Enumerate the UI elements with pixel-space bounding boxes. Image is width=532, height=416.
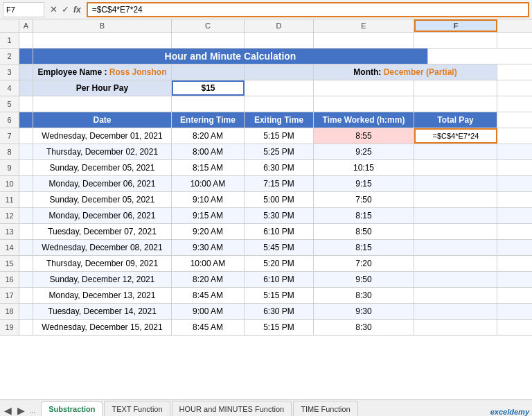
cell-b19[interactable]: Wednesday, December 15, 2021 [33, 320, 172, 335]
cell-c14[interactable]: 9:30 AM [172, 240, 245, 255]
cell-f12[interactable] [414, 208, 497, 223]
cell-b4[interactable]: Per Hour Pay [33, 80, 172, 96]
tab-time-function[interactable]: TIME Function [293, 401, 358, 416]
cell-f8[interactable] [414, 144, 497, 159]
cell-a19[interactable] [19, 320, 33, 335]
cell-e14[interactable]: 8:15 [314, 240, 414, 255]
cell-b3[interactable]: Employee Name : Ross Jonshon [33, 64, 172, 80]
cell-e8[interactable]: 9:25 [314, 144, 414, 159]
cell-e15[interactable]: 7:20 [314, 256, 414, 271]
cell-c4[interactable]: $15 [172, 80, 245, 96]
cell-a14[interactable] [19, 240, 33, 255]
cell-b7[interactable]: Wednesday, December 01, 2021 [33, 128, 172, 144]
cell-a4[interactable] [19, 80, 33, 96]
confirm-icon[interactable]: ✓ [62, 4, 69, 15]
cell-b12[interactable]: Monday, December 06, 2021 [33, 208, 172, 223]
cell-b1[interactable] [33, 33, 172, 48]
cell-f19[interactable] [414, 320, 497, 335]
cell-d13[interactable]: 6:10 PM [245, 224, 314, 239]
cell-d10[interactable]: 7:15 PM [245, 176, 314, 191]
cell-b13[interactable]: Tuesday, December 07, 2021 [33, 224, 172, 239]
cell-a3[interactable] [19, 64, 33, 80]
cell-d7[interactable]: 5:15 PM [245, 128, 314, 144]
cell-a12[interactable] [19, 208, 33, 223]
cell-c10[interactable]: 10:00 AM [172, 176, 245, 191]
cell-e9[interactable]: 10:15 [314, 160, 414, 175]
cell-c3[interactable] [172, 64, 245, 80]
cell-c17[interactable]: 8:45 AM [172, 288, 245, 303]
tab-text-function[interactable]: TEXT Function [104, 401, 170, 416]
cell-e19[interactable]: 8:30 [314, 320, 414, 335]
cell-a8[interactable] [19, 144, 33, 159]
cell-f18[interactable] [414, 304, 497, 319]
cell-c9[interactable]: 8:15 AM [172, 160, 245, 175]
cell-f16[interactable] [414, 272, 497, 287]
cell-b9[interactable]: Sunday, December 05, 2021 [33, 160, 172, 175]
cell-c7[interactable]: 8:20 AM [172, 128, 245, 144]
cell-b18[interactable]: Tuesday, December 14, 2021 [33, 304, 172, 319]
cell-c12[interactable]: 9:15 AM [172, 208, 245, 223]
cell-c1[interactable] [172, 33, 245, 48]
cell-f9[interactable] [414, 160, 497, 175]
cell-f17[interactable] [414, 288, 497, 303]
cell-f1[interactable] [414, 33, 497, 48]
cell-a2[interactable] [19, 49, 33, 64]
tab-nav-next[interactable]: ▶ [16, 405, 26, 416]
cell-e5[interactable] [314, 96, 414, 112]
cell-d11[interactable]: 5:00 PM [245, 192, 314, 207]
cell-e7[interactable]: 8:55 [314, 128, 414, 144]
cell-e1[interactable] [314, 33, 414, 48]
formula-input[interactable]: =$C$4*E7*24 [87, 2, 529, 17]
cell-c13[interactable]: 9:20 AM [172, 224, 245, 239]
cell-f5[interactable] [414, 96, 497, 112]
cell-a13[interactable] [19, 224, 33, 239]
cell-f7[interactable]: =$C$4*E7*24 [414, 128, 497, 144]
cell-a17[interactable] [19, 288, 33, 303]
cell-f15[interactable] [414, 256, 497, 271]
cell-e13[interactable]: 8:50 [314, 224, 414, 239]
cell-a10[interactable] [19, 176, 33, 191]
cell-a1[interactable] [19, 33, 33, 48]
cell-a15[interactable] [19, 256, 33, 271]
tab-hour-minutes[interactable]: HOUR and MINUTES Function [172, 401, 292, 416]
cell-d5[interactable] [245, 96, 314, 112]
cell-d1[interactable] [245, 33, 314, 48]
cell-d14[interactable]: 5:45 PM [245, 240, 314, 255]
cell-a11[interactable] [19, 192, 33, 207]
cell-b11[interactable]: Sunday, December 05, 2021 [33, 192, 172, 207]
cell-e10[interactable]: 9:15 [314, 176, 414, 191]
cell-d3[interactable] [245, 64, 314, 80]
cell-f13[interactable] [414, 224, 497, 239]
cell-a16[interactable] [19, 272, 33, 287]
name-box[interactable]: F7 [3, 2, 44, 17]
cell-c18[interactable]: 9:00 AM [172, 304, 245, 319]
cell-d19[interactable]: 5:15 PM [245, 320, 314, 335]
cell-d17[interactable]: 5:15 PM [245, 288, 314, 303]
cell-f10[interactable] [414, 176, 497, 191]
cell-ef3[interactable]: Month: December (Partial) [314, 64, 497, 80]
cell-b17[interactable]: Monday, December 13, 2021 [33, 288, 172, 303]
cell-e16[interactable]: 9:50 [314, 272, 414, 287]
cell-c16[interactable]: 8:20 AM [172, 272, 245, 287]
cell-d18[interactable]: 6:30 PM [245, 304, 314, 319]
cell-d8[interactable]: 5:25 PM [245, 144, 314, 159]
cell-e18[interactable]: 9:30 [314, 304, 414, 319]
tab-nav-prev[interactable]: ◀ [3, 405, 13, 416]
cell-a9[interactable] [19, 160, 33, 175]
cell-d12[interactable]: 5:30 PM [245, 208, 314, 223]
cell-c11[interactable]: 9:10 AM [172, 192, 245, 207]
cell-c19[interactable]: 8:45 AM [172, 320, 245, 335]
cell-c5[interactable] [172, 96, 245, 112]
cell-d9[interactable]: 6:30 PM [245, 160, 314, 175]
cell-e4[interactable] [314, 80, 414, 96]
cell-b14[interactable]: Wednesday, December 08, 2021 [33, 240, 172, 255]
cell-c15[interactable]: 10:00 AM [172, 256, 245, 271]
cell-b10[interactable]: Monday, December 06, 2021 [33, 176, 172, 191]
cell-b5[interactable] [33, 96, 172, 112]
cell-c8[interactable]: 8:00 AM [172, 144, 245, 159]
cell-f11[interactable] [414, 192, 497, 207]
cell-b8[interactable]: Thursday, December 02, 2021 [33, 144, 172, 159]
cell-f14[interactable] [414, 240, 497, 255]
cell-e11[interactable]: 7:50 [314, 192, 414, 207]
cell-e12[interactable]: 8:15 [314, 208, 414, 223]
